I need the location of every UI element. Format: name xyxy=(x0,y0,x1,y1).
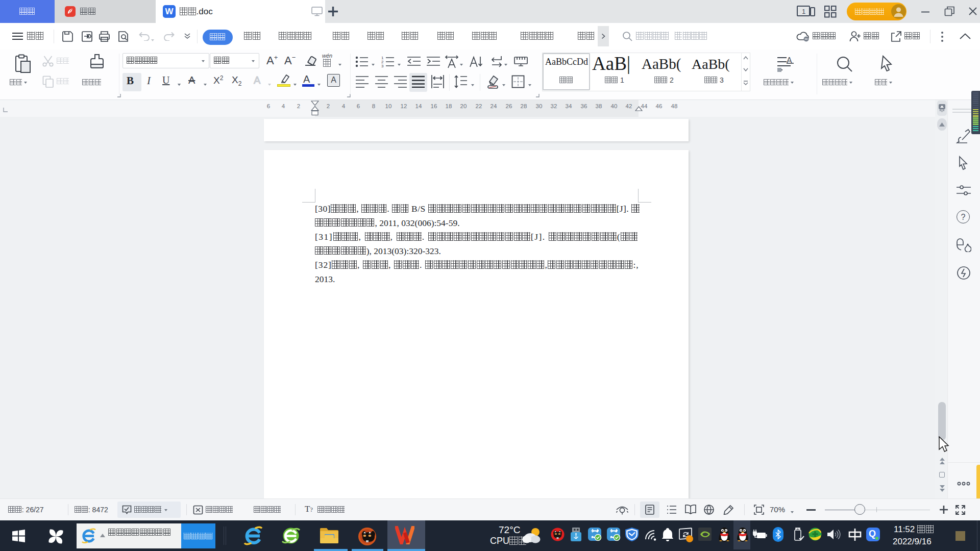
svg-text:3: 3 xyxy=(381,64,384,68)
svg-text:1: 1 xyxy=(802,8,805,15)
